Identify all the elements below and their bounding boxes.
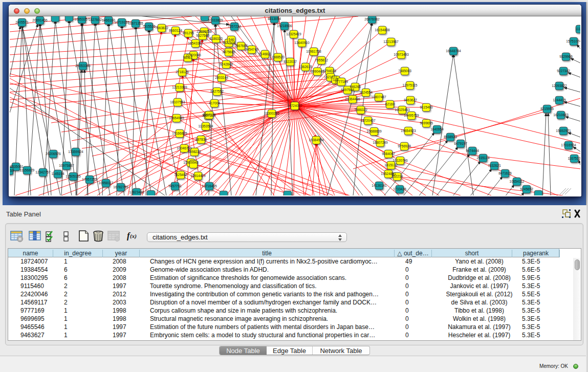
svg-text:8660124: 8660124 (169, 29, 182, 32)
svg-text:8186323: 8186323 (209, 37, 223, 40)
svg-text:1588520: 1588520 (271, 55, 285, 59)
svg-text:887834: 887834 (195, 138, 207, 141)
svg-text:10688609: 10688609 (366, 129, 382, 133)
svg-text:9699695: 9699695 (420, 121, 433, 125)
svg-text:9457791: 9457791 (168, 184, 182, 188)
svg-text:9227342: 9227342 (557, 69, 570, 73)
svg-text:417004: 417004 (209, 101, 220, 105)
svg-text:23226058: 23226058 (197, 30, 212, 33)
svg-text:8322037: 8322037 (284, 60, 297, 63)
svg-text:1815132: 1815132 (384, 163, 398, 167)
svg-text:20691406: 20691406 (32, 18, 48, 22)
svg-text:9463627: 9463627 (404, 98, 417, 102)
svg-text:9327508: 9327508 (222, 41, 235, 45)
svg-text:2935114: 2935114 (476, 156, 490, 160)
svg-text:26535061: 26535061 (10, 165, 24, 168)
svg-text:8471626: 8471626 (498, 171, 512, 175)
svg-text:7632621: 7632621 (488, 164, 501, 167)
svg-text:(x): (x) (130, 233, 137, 239)
svg-text:12213967: 12213967 (383, 40, 399, 43)
svg-text:8427552: 8427552 (210, 90, 224, 93)
svg-text:13716485: 13716485 (202, 184, 217, 188)
svg-text:9242848: 9242848 (220, 62, 233, 66)
svg-text:16782759: 16782759 (113, 185, 128, 189)
svg-text:11123: 11123 (575, 27, 580, 31)
svg-text:7357224: 7357224 (228, 25, 241, 28)
svg-text:10807487: 10807487 (371, 95, 386, 99)
svg-text:1640954: 1640954 (430, 127, 444, 131)
svg-text:10025453: 10025453 (395, 108, 410, 112)
svg-text:3624554: 3624554 (359, 91, 373, 94)
svg-text:546: 546 (228, 38, 234, 41)
svg-text:7663822: 7663822 (155, 26, 168, 30)
svg-text:6479197: 6479197 (454, 142, 467, 145)
svg-text:15692971: 15692971 (556, 129, 571, 133)
svg-text:9474444: 9474444 (466, 149, 479, 152)
svg-text:18807249: 18807249 (373, 141, 388, 144)
svg-text:9327505: 9327505 (196, 34, 209, 37)
svg-text:12325419: 12325419 (286, 32, 301, 36)
svg-text:16648784: 16648784 (446, 49, 461, 53)
svg-text:16671355: 16671355 (128, 21, 143, 25)
svg-text:12213369: 12213369 (172, 85, 187, 89)
svg-text:10046766: 10046766 (177, 146, 192, 150)
svg-text:7955812: 7955812 (315, 58, 328, 62)
svg-text:16543362: 16543362 (188, 41, 203, 45)
svg-text:1145194: 1145194 (51, 172, 64, 176)
svg-text:11156829: 11156829 (20, 168, 35, 172)
svg-text:6794028: 6794028 (323, 69, 336, 73)
svg-text:9084067: 9084067 (382, 152, 395, 156)
svg-text:9756928: 9756928 (398, 144, 411, 148)
svg-text:19654985: 19654985 (169, 116, 184, 120)
svg-text:2405571: 2405571 (15, 20, 29, 24)
svg-text:17957255: 17957255 (82, 178, 97, 181)
svg-text:10654112: 10654112 (510, 180, 525, 183)
svg-text:8215955: 8215955 (540, 107, 554, 111)
svg-text:8938923: 8938923 (444, 135, 457, 139)
svg-text:9115460: 9115460 (420, 105, 433, 109)
svg-text:10853257: 10853257 (74, 17, 90, 21)
svg-text:7515526: 7515526 (142, 25, 156, 28)
svg-text:12342757: 12342757 (35, 170, 51, 174)
svg-text:11353594: 11353594 (199, 124, 213, 128)
svg-text:2718126: 2718126 (176, 70, 189, 74)
svg-text:18724007: 18724007 (287, 104, 302, 107)
svg-text:62160: 62160 (385, 102, 395, 106)
svg-text:1527602: 1527602 (89, 18, 102, 21)
svg-text:9777169: 9777169 (335, 80, 348, 83)
svg-text:39159: 39159 (10, 169, 14, 172)
svg-text:10033809: 10033809 (208, 18, 223, 22)
svg-text:17016504: 17016504 (561, 143, 576, 147)
svg-text:20206576: 20206576 (46, 152, 61, 156)
svg-text:9329966: 9329966 (559, 55, 573, 58)
svg-text:891295: 891295 (183, 31, 194, 35)
svg-text:10975887: 10975887 (59, 164, 74, 167)
svg-text:29053346: 29053346 (75, 64, 91, 68)
svg-text:746266: 746266 (350, 85, 361, 89)
svg-text:15751074: 15751074 (566, 39, 580, 43)
svg-text:16210643: 16210643 (553, 113, 569, 117)
svg-text:19166825: 19166825 (172, 132, 187, 135)
svg-text:6497568: 6497568 (341, 88, 354, 92)
svg-text:9146821: 9146821 (258, 52, 272, 56)
svg-text:1362615: 1362615 (299, 65, 312, 69)
svg-text:18300295: 18300295 (264, 112, 279, 115)
svg-text:15909948: 15909948 (183, 161, 199, 164)
svg-text:5498222: 5498222 (188, 150, 201, 154)
svg-text:7986322: 7986322 (354, 108, 367, 112)
svg-text:252214: 252214 (391, 174, 403, 178)
svg-text:8454749: 8454749 (245, 48, 258, 51)
svg-text:1733426: 1733426 (393, 187, 406, 191)
svg-text:19384554: 19384554 (309, 138, 324, 142)
svg-text:12975115: 12975115 (403, 83, 418, 87)
svg-text:1244415: 1244415 (553, 98, 566, 102)
svg-text:8813054: 8813054 (268, 17, 281, 20)
svg-text:8267115: 8267115 (203, 113, 216, 117)
svg-text:17359924: 17359924 (68, 150, 83, 154)
svg-text:18107553: 18107553 (170, 100, 185, 104)
svg-text:7625402: 7625402 (174, 173, 187, 177)
svg-text:19654923: 19654923 (401, 129, 416, 133)
svg-text:13640910: 13640910 (294, 41, 310, 45)
svg-text:26876082: 26876082 (364, 17, 380, 21)
svg-text:6466160: 6466160 (102, 18, 115, 22)
